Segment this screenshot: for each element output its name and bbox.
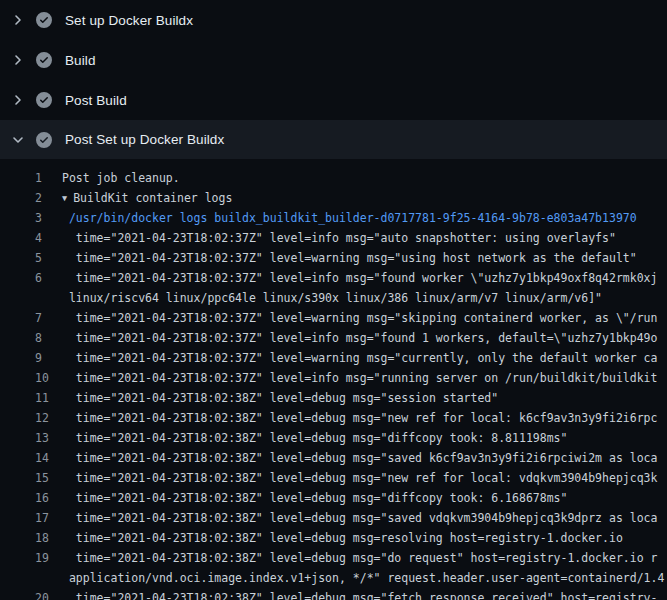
log-command-text: /usr/bin/docker logs buildx_buildkit_bui… — [62, 208, 637, 228]
log-line-number — [0, 288, 62, 308]
log-line: 4 time="2021-04-23T18:02:37Z" level=info… — [0, 228, 667, 248]
log-line: 10 time="2021-04-23T18:02:37Z" level=inf… — [0, 368, 667, 388]
log-text: time="2021-04-23T18:02:37Z" level=warnin… — [62, 348, 657, 368]
log-text: linux/riscv64 linux/ppc64le linux/s390x … — [62, 288, 602, 308]
log-line-number[interactable]: 10 — [0, 368, 62, 388]
log-line: 15 time="2021-04-23T18:02:38Z" level=deb… — [0, 468, 667, 488]
log-line-number[interactable]: 19 — [0, 548, 62, 568]
log-line: 13 time="2021-04-23T18:02:38Z" level=deb… — [0, 428, 667, 448]
check-circle-icon — [36, 92, 52, 108]
step-build[interactable]: Build — [0, 40, 667, 80]
check-circle-icon — [36, 132, 52, 148]
step-post-set-up-docker-buildx[interactable]: Post Set up Docker Buildx — [0, 120, 667, 159]
chevron-right-icon — [10, 52, 26, 68]
log-text: time="2021-04-23T18:02:37Z" level=warnin… — [62, 308, 657, 328]
log-text: time="2021-04-23T18:02:38Z" level=debug … — [62, 448, 657, 468]
log-text: Post job cleanup. — [62, 168, 180, 188]
log-text: time="2021-04-23T18:02:38Z" level=debug … — [62, 588, 657, 600]
step-set-up-docker-buildx[interactable]: Set up Docker Buildx — [0, 0, 667, 40]
steps-list: Set up Docker Buildx Build Post Build Po… — [0, 0, 667, 159]
step-post-build[interactable]: Post Build — [0, 80, 667, 120]
log-line: 7 time="2021-04-23T18:02:37Z" level=warn… — [0, 308, 667, 328]
log-line-number[interactable]: 9 — [0, 348, 62, 368]
log-text: time="2021-04-23T18:02:37Z" level=info m… — [62, 328, 657, 348]
log-line: 18 time="2021-04-23T18:02:38Z" level=deb… — [0, 528, 667, 548]
log-line: 17 time="2021-04-23T18:02:38Z" level=deb… — [0, 508, 667, 528]
log-group-label: BuildKit container logs — [73, 191, 232, 205]
log-line: 20 time="2021-04-23T18:02:38Z" level=deb… — [0, 588, 667, 600]
log-text: time="2021-04-23T18:02:38Z" level=debug … — [62, 408, 657, 428]
log-line-number[interactable]: 16 — [0, 488, 62, 508]
log-text: time="2021-04-23T18:02:38Z" level=debug … — [62, 468, 657, 488]
log-line: 19 time="2021-04-23T18:02:38Z" level=deb… — [0, 548, 667, 568]
log-line-number[interactable]: 2 — [0, 188, 62, 208]
log-line: 16 time="2021-04-23T18:02:38Z" level=deb… — [0, 488, 667, 508]
log-line-number[interactable]: 20 — [0, 588, 62, 600]
chevron-down-icon — [10, 132, 26, 148]
log-line-number[interactable]: 18 — [0, 528, 62, 548]
step-label: Post Set up Docker Buildx — [65, 132, 224, 147]
log-line-number[interactable]: 3 — [0, 208, 62, 228]
chevron-right-icon — [10, 92, 26, 108]
step-label: Build — [65, 53, 96, 68]
log-line: 11 time="2021-04-23T18:02:38Z" level=deb… — [0, 388, 667, 408]
log: 1Post job cleanup.2▼BuildKit container l… — [0, 159, 667, 600]
log-line-number[interactable]: 5 — [0, 248, 62, 268]
log-line-number[interactable]: 14 — [0, 448, 62, 468]
log-group-toggle-icon[interactable]: ▼ — [62, 188, 67, 208]
log-text: time="2021-04-23T18:02:37Z" level=info m… — [62, 268, 657, 288]
log-line: 14 time="2021-04-23T18:02:38Z" level=deb… — [0, 448, 667, 468]
check-circle-icon — [36, 12, 52, 28]
log-text: time="2021-04-23T18:02:38Z" level=debug … — [62, 508, 657, 528]
log-text: time="2021-04-23T18:02:37Z" level=info m… — [62, 368, 657, 388]
log-line-continuation: linux/riscv64 linux/ppc64le linux/s390x … — [0, 288, 667, 308]
log-line: 5 time="2021-04-23T18:02:37Z" level=warn… — [0, 248, 667, 268]
log-line-number[interactable]: 13 — [0, 428, 62, 448]
log-line: 8 time="2021-04-23T18:02:37Z" level=info… — [0, 328, 667, 348]
step-label: Set up Docker Buildx — [65, 13, 193, 28]
log-line-number[interactable]: 17 — [0, 508, 62, 528]
log-text: time="2021-04-23T18:02:38Z" level=debug … — [62, 388, 498, 408]
log-line-number[interactable]: 6 — [0, 268, 62, 288]
check-circle-icon — [36, 52, 52, 68]
log-text: time="2021-04-23T18:02:38Z" level=debug … — [62, 428, 567, 448]
log-line-number — [0, 568, 62, 588]
log-line-continuation: application/vnd.oci.image.index.v1+json,… — [0, 568, 667, 588]
log-line-number[interactable]: 8 — [0, 328, 62, 348]
log-line-number[interactable]: 4 — [0, 228, 62, 248]
log-line-number[interactable]: 7 — [0, 308, 62, 328]
step-label: Post Build — [65, 93, 127, 108]
log-text: time="2021-04-23T18:02:37Z" level=info m… — [62, 228, 616, 248]
log-line: 1Post job cleanup. — [0, 168, 667, 188]
log-line: 2▼BuildKit container logs — [0, 188, 667, 208]
log-line: 6 time="2021-04-23T18:02:37Z" level=info… — [0, 268, 667, 288]
log-line-number[interactable]: 15 — [0, 468, 62, 488]
log-text: ▼BuildKit container logs — [62, 188, 232, 208]
log-text: time="2021-04-23T18:02:38Z" level=debug … — [62, 548, 657, 568]
log-line-number[interactable]: 12 — [0, 408, 62, 428]
chevron-right-icon — [10, 12, 26, 28]
log-text: application/vnd.oci.image.index.v1+json,… — [62, 568, 664, 588]
log-line-number[interactable]: 1 — [0, 168, 62, 188]
log-text: time="2021-04-23T18:02:38Z" level=debug … — [62, 488, 567, 508]
log-text: time="2021-04-23T18:02:38Z" level=debug … — [62, 528, 623, 548]
log-line: 3 /usr/bin/docker logs buildx_buildkit_b… — [0, 208, 667, 228]
log-line-number[interactable]: 11 — [0, 388, 62, 408]
log-text: time="2021-04-23T18:02:37Z" level=warnin… — [62, 248, 637, 268]
log-line: 9 time="2021-04-23T18:02:37Z" level=warn… — [0, 348, 667, 368]
log-line: 12 time="2021-04-23T18:02:38Z" level=deb… — [0, 408, 667, 428]
